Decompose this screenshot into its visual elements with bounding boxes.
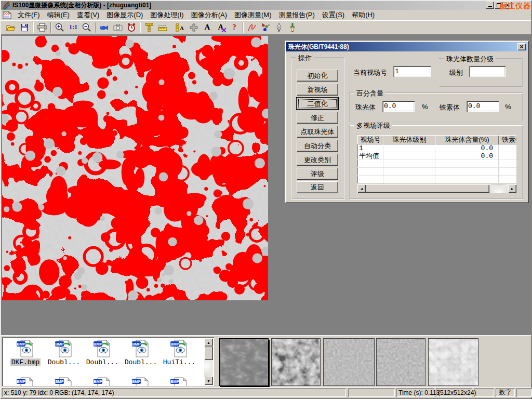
- file-item[interactable]: BMP Doubl...: [122, 339, 160, 366]
- hscroll-thumb[interactable]: [366, 184, 489, 193]
- window-maximize-button[interactable]: [495, 2, 503, 9]
- actual-size-button[interactable]: 1:1: [66, 21, 80, 34]
- file-name[interactable]: HuiTi...: [162, 358, 196, 366]
- thumbnail-5[interactable]: [428, 338, 478, 386]
- rate-button[interactable]: 评级: [297, 168, 338, 180]
- file-item[interactable]: BMP HuiTi...: [160, 339, 198, 366]
- ferrite-percent-input[interactable]: [467, 101, 499, 112]
- help-button[interactable]: ?: [228, 21, 241, 34]
- file-item[interactable]: BMP: [6, 377, 45, 386]
- text-edit-tool-button[interactable]: A: [214, 21, 228, 34]
- dialog-title-bar[interactable]: 珠光体(GB/T9441-88): [286, 42, 527, 51]
- horizontal-ruler-icon: [157, 22, 168, 33]
- cell-ferrite: [499, 152, 516, 160]
- time-panel: Time (s): 0.113: [396, 388, 434, 397]
- caliper-measure-button[interactable]: [142, 21, 156, 34]
- scroll-down-button[interactable]: ▼: [204, 377, 213, 385]
- photo-capture-button[interactable]: [111, 21, 125, 34]
- auto-classify-button[interactable]: 自动分类: [297, 140, 338, 152]
- file-item[interactable]: BMP Doubl...: [45, 339, 83, 366]
- file-name[interactable]: Doubl...: [47, 358, 81, 366]
- table-hscrollbar[interactable]: ◄ ►: [357, 184, 516, 193]
- picker-tool-button[interactable]: [272, 21, 286, 34]
- menu-edit[interactable]: 编辑(E): [44, 9, 73, 21]
- menu-settings[interactable]: 设置(S): [318, 9, 348, 21]
- file-browser[interactable]: BMP DKF.bmp BMP Doubl...: [2, 337, 214, 386]
- menu-image-measure[interactable]: 图像测量(M): [231, 9, 275, 21]
- ruler-measure-button[interactable]: [156, 21, 169, 34]
- multi-field-group: 多视场评级 视场号 珠光体级别 珠光体含量(%) 铁素体含量(%) 1 0.0: [349, 125, 523, 200]
- change-class-button[interactable]: 更改类别: [297, 154, 338, 166]
- zoom-out-icon: [82, 22, 92, 33]
- return-button[interactable]: 返回: [297, 181, 338, 193]
- table-row[interactable]: 平均值 0.0: [357, 152, 516, 160]
- menu-help[interactable]: 帮助(H): [348, 9, 378, 21]
- file-name[interactable]: Doubl...: [85, 358, 119, 366]
- text-tool-button[interactable]: A: [201, 21, 214, 34]
- file-item[interactable]: BMP Doubl...: [83, 339, 122, 366]
- move-tool-button[interactable]: [187, 21, 201, 34]
- vscroll-thumb[interactable]: [204, 347, 213, 360]
- window-close-button[interactable]: ×: [503, 2, 512, 9]
- labeled-measure-button[interactable]: A: [174, 21, 187, 34]
- thumbnail-2[interactable]: [271, 338, 321, 386]
- mode-panel: 数字: [496, 388, 515, 397]
- binarize-button[interactable]: 二值化: [297, 98, 338, 110]
- timer-button[interactable]: [125, 21, 138, 34]
- paintbrush-tool-button[interactable]: [286, 21, 299, 34]
- menu-image-display[interactable]: 图像显示(D): [103, 9, 147, 21]
- file-item[interactable]: BMP: [83, 377, 122, 386]
- file-vscrollbar[interactable]: ▲ ▼: [204, 338, 213, 385]
- print-button[interactable]: [35, 21, 49, 34]
- open-button[interactable]: [4, 21, 18, 34]
- specimen-image[interactable]: [2, 36, 268, 300]
- toolbar-separator: [50, 22, 51, 33]
- save-button[interactable]: [18, 21, 31, 34]
- application-window: IS100显微摄像系统(金相分析版) - [zhuguangti01] × 丽江…: [0, 0, 532, 399]
- cell-field: 平均值: [357, 152, 383, 160]
- new-field-button[interactable]: 新视场: [297, 84, 338, 96]
- file-name[interactable]: Doubl...: [124, 358, 158, 366]
- video-capture-button[interactable]: [98, 21, 111, 34]
- current-field-input[interactable]: [393, 66, 431, 77]
- menu-image-process[interactable]: 图像处理(I): [147, 9, 187, 21]
- menu-measure-report[interactable]: 测量报告(P): [275, 9, 318, 21]
- scroll-up-button[interactable]: ▲: [204, 338, 213, 347]
- table-row[interactable]: 1 0.0: [357, 144, 516, 152]
- file-item[interactable]: BMP: [45, 377, 83, 386]
- cell-pearlite: 0.0: [435, 144, 499, 152]
- menu-view[interactable]: 查看(V): [73, 9, 103, 21]
- file-item[interactable]: BMP: [160, 377, 198, 386]
- file-item[interactable]: BMP DKF.bmp: [6, 339, 45, 366]
- pearlite-percent-input[interactable]: [382, 101, 415, 112]
- pick-pearlite-button[interactable]: 点取珠光体: [297, 126, 338, 138]
- menu-image-analysis[interactable]: 图像分析(A): [188, 9, 231, 21]
- dialog-close-button[interactable]: ×: [517, 43, 526, 50]
- rating-table[interactable]: 视场号 珠光体级别 珠光体含量(%) 铁素体含量(%) 1 0.0 平均值: [357, 135, 516, 183]
- open-folder-icon: [6, 22, 16, 33]
- bmp-file-icon: BMP: [170, 339, 188, 358]
- menu-file[interactable]: 文件(F): [14, 9, 44, 21]
- marker-tool-button[interactable]: 1 3: [259, 21, 272, 34]
- vertical-caliper-icon: [144, 22, 154, 33]
- zoom-out-button[interactable]: [80, 21, 94, 34]
- correct-button[interactable]: 修正: [297, 112, 338, 124]
- scroll-left-button[interactable]: ◄: [357, 184, 366, 193]
- thumbnail-4[interactable]: [376, 338, 425, 386]
- empty-panel: [348, 388, 395, 397]
- thumbnail-3[interactable]: [323, 338, 375, 386]
- col-ferrite-content: 铁素体含量(%): [499, 135, 516, 144]
- thumbnail-1[interactable]: [219, 338, 269, 386]
- question-mark-icon: ?: [232, 23, 236, 32]
- file-name[interactable]: DKF.bmp: [10, 358, 41, 366]
- level-input[interactable]: [469, 66, 506, 77]
- scroll-right-button[interactable]: ►: [508, 184, 516, 193]
- file-item[interactable]: BMP: [122, 377, 160, 386]
- window-minimize-button[interactable]: [486, 2, 494, 9]
- svg-text:A: A: [180, 25, 184, 31]
- empty-panel: [474, 388, 494, 397]
- initialize-button[interactable]: 初始化: [297, 70, 338, 82]
- toolbar-separator: [33, 22, 34, 33]
- curve-tool-button[interactable]: [245, 21, 259, 34]
- zoom-in-button[interactable]: [53, 21, 66, 34]
